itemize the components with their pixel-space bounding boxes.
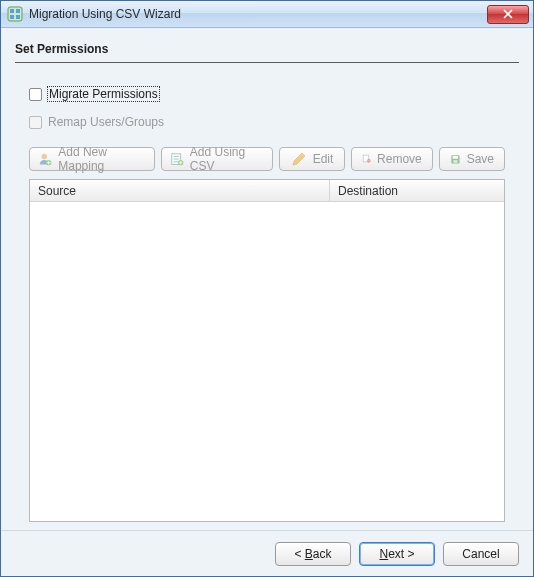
svg-rect-2 bbox=[16, 9, 20, 13]
wizard-window: Migration Using CSV Wizard Set Permissio… bbox=[0, 0, 534, 577]
user-add-icon bbox=[38, 151, 52, 167]
svg-rect-3 bbox=[10, 15, 14, 19]
button-label: Save bbox=[467, 152, 494, 166]
edit-button[interactable]: Edit bbox=[279, 147, 345, 171]
app-icon bbox=[7, 6, 23, 22]
migrate-permissions-checkbox[interactable] bbox=[29, 88, 42, 101]
svg-rect-13 bbox=[453, 160, 457, 163]
button-label: Add Using CSV bbox=[190, 145, 264, 173]
add-new-mapping-button[interactable]: Add New Mapping bbox=[29, 147, 155, 171]
close-button[interactable] bbox=[487, 5, 529, 24]
save-icon bbox=[450, 151, 461, 167]
csv-add-icon bbox=[170, 151, 184, 167]
button-label: Next > bbox=[379, 547, 414, 561]
page-title: Set Permissions bbox=[15, 42, 519, 56]
header-divider bbox=[15, 62, 519, 63]
svg-rect-12 bbox=[453, 156, 458, 159]
column-source[interactable]: Source bbox=[30, 180, 330, 201]
svg-rect-4 bbox=[16, 15, 20, 19]
mapping-table: Source Destination bbox=[29, 179, 505, 522]
save-button[interactable]: Save bbox=[439, 147, 505, 171]
remove-icon bbox=[362, 151, 371, 167]
svg-point-5 bbox=[42, 154, 47, 159]
svg-rect-1 bbox=[10, 9, 14, 13]
remap-users-groups-checkbox[interactable] bbox=[29, 116, 42, 129]
migrate-permissions-row: Migrate Permissions bbox=[29, 87, 505, 101]
button-label: < Back bbox=[294, 547, 331, 561]
table-body bbox=[30, 202, 504, 521]
cancel-button[interactable]: Cancel bbox=[443, 542, 519, 566]
page-header: Set Permissions bbox=[1, 28, 533, 69]
window-title: Migration Using CSV Wizard bbox=[29, 7, 487, 21]
column-destination[interactable]: Destination bbox=[330, 180, 504, 201]
button-label: Remove bbox=[377, 152, 422, 166]
migrate-permissions-label: Migrate Permissions bbox=[48, 87, 159, 101]
wizard-footer: < Back Next > Cancel bbox=[1, 530, 533, 576]
next-button[interactable]: Next > bbox=[359, 542, 435, 566]
add-using-csv-button[interactable]: Add Using CSV bbox=[161, 147, 273, 171]
titlebar: Migration Using CSV Wizard bbox=[1, 1, 533, 28]
button-label: Edit bbox=[313, 152, 334, 166]
pencil-icon bbox=[291, 151, 307, 167]
content-area: Migrate Permissions Remap Users/Groups A… bbox=[1, 69, 533, 530]
mapping-toolbar: Add New Mapping Add Using CSV Edit Remov… bbox=[29, 147, 505, 171]
remove-button[interactable]: Remove bbox=[351, 147, 433, 171]
table-header: Source Destination bbox=[30, 180, 504, 202]
button-label: Add New Mapping bbox=[58, 145, 145, 173]
remap-users-groups-label: Remap Users/Groups bbox=[48, 115, 164, 129]
button-label: Cancel bbox=[462, 547, 499, 561]
back-button[interactable]: < Back bbox=[275, 542, 351, 566]
remap-users-groups-row: Remap Users/Groups bbox=[29, 115, 505, 129]
